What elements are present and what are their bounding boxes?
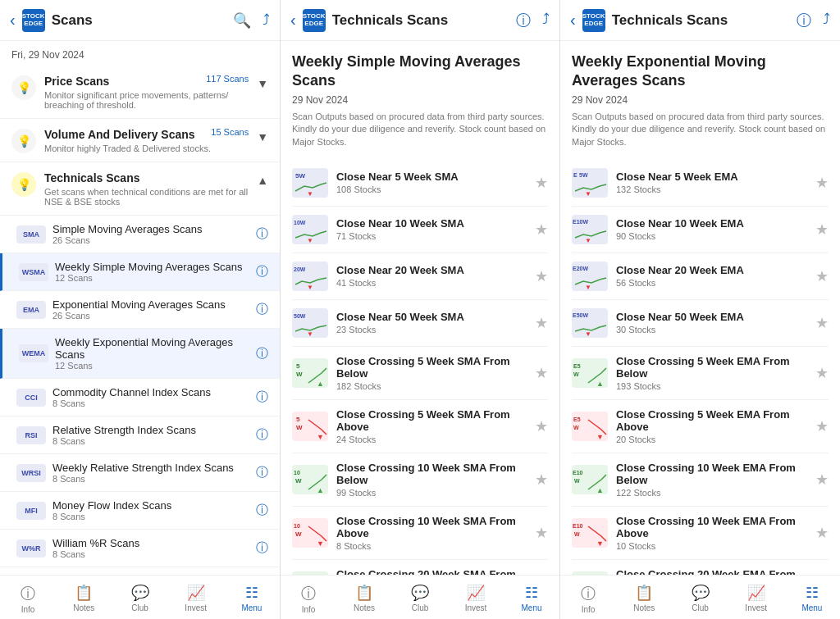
info-nav-icon: ⓘ — [21, 584, 35, 603]
wrsi-sub-item[interactable]: WRSI Weekly Relative Strength Index Scan… — [0, 454, 280, 492]
right-back-button[interactable]: ‹ — [570, 11, 576, 30]
mid-content: Weekly Simple Moving Averages Scans 29 N… — [281, 41, 559, 575]
mid-nav-notes[interactable]: 📋 Notes — [336, 580, 392, 617]
svg-text:5: 5 — [296, 416, 300, 423]
right-scan-2-star[interactable]: ★ — [815, 221, 829, 239]
right-scan-6[interactable]: E5 W ▼ Close Crossing 5 Week EMA From Ab… — [572, 400, 829, 453]
svg-text:50W: 50W — [294, 313, 306, 319]
mid-share-icon[interactable]: ⤴ — [542, 11, 550, 30]
back-button[interactable]: ‹ — [10, 11, 16, 30]
svg-text:▼: ▼ — [596, 539, 604, 548]
right-scan-1[interactable]: E 5W ▼ Close Near 5 Week EMA 132 Stocks … — [572, 160, 829, 207]
right-scan-4[interactable]: E50W ▼ Close Near 50 Week EMA 30 Stocks … — [572, 300, 829, 347]
right-scan-7[interactable]: E10 W ▲ Close Crossing 10 Week EMA From … — [572, 453, 829, 507]
mid-scan-7-star[interactable]: ★ — [535, 471, 548, 489]
sma-info-icon[interactable]: ⓘ — [256, 226, 268, 242]
right-logo: STOCKEDGE — [582, 9, 605, 32]
wsma-info-icon[interactable]: ⓘ — [256, 264, 268, 280]
mid-info-icon[interactable]: ⓘ — [516, 11, 531, 30]
right-nav-info[interactable]: ⓘ Info — [560, 580, 616, 617]
mfi-sub-item[interactable]: MFI Money Flow Index Scans 8 Scans ⓘ — [0, 492, 280, 530]
mid-scan-8-star[interactable]: ★ — [535, 524, 548, 542]
ema-sub-item[interactable]: EMA Exponential Moving Averages Scans 26… — [0, 291, 280, 329]
mid-scan-8-title: Close Crossing 10 Week SMA From Above — [336, 515, 527, 539]
mid-scan-3-star[interactable]: ★ — [535, 267, 548, 285]
wrsi-info-icon[interactable]: ⓘ — [256, 465, 268, 480]
wema-info-icon[interactable]: ⓘ — [256, 346, 268, 362]
right-scan-2[interactable]: E10W ▼ Close Near 10 Week EMA 90 Stocks … — [572, 207, 829, 253]
rsi-title: Relative Strength Index Scans — [52, 424, 249, 436]
right-scan-8-star[interactable]: ★ — [815, 524, 829, 542]
roc-sub-item[interactable]: ROC Rate Of Change Scans ⓘ — [0, 567, 280, 575]
right-scan-1-star[interactable]: ★ — [815, 174, 829, 192]
volume-scans-category[interactable]: 💡 Volume And Delivery Scans15 Scans Moni… — [0, 119, 280, 162]
search-icon[interactable]: 🔍 — [233, 11, 251, 30]
mid-nav-info[interactable]: ⓘ Info — [281, 580, 336, 617]
mid-notes-nav-icon: 📋 — [355, 584, 373, 602]
nav-menu[interactable]: ☷ Menu — [224, 580, 280, 617]
mid-scan-4-star[interactable]: ★ — [535, 314, 548, 332]
right-scan-3-star[interactable]: ★ — [815, 267, 829, 285]
mid-scan-5[interactable]: 5 W ▲ Close Crossing 5 Week SMA From Bel… — [292, 347, 548, 400]
wsma-count: 12 Scans — [55, 273, 249, 283]
nav-club[interactable]: 💬 Club — [112, 580, 167, 617]
right-scan-7-star[interactable]: ★ — [815, 471, 829, 489]
nav-invest[interactable]: 📈 Invest — [168, 580, 224, 617]
share-icon[interactable]: ⤴ — [262, 11, 270, 30]
right-scan-5-star[interactable]: ★ — [815, 364, 829, 382]
wema-sub-item[interactable]: WEMA Weekly Exponential Moving Averages … — [0, 329, 280, 379]
nav-info[interactable]: ⓘ Info — [0, 580, 56, 617]
right-nav-club[interactable]: 💬 Club — [672, 580, 728, 617]
mid-scan-9[interactable]: 20 W ▲ Close Crossing 20 Week SMA From B… — [292, 560, 548, 575]
svg-text:▼: ▼ — [307, 190, 313, 198]
wr-sub-item[interactable]: W%R William %R Scans 8 Scans ⓘ — [0, 530, 280, 567]
right-scan-4-star[interactable]: ★ — [815, 314, 829, 332]
ema-badge: EMA — [16, 301, 46, 319]
right-nav-invest[interactable]: 📈 Invest — [728, 580, 784, 617]
right-scan-9[interactable]: E20 W ▲ Close Crossing 20 Week EMA From … — [572, 560, 829, 575]
wsma-sub-item[interactable]: WSMA Weekly Simple Moving Averages Scans… — [0, 253, 280, 291]
ema-info-icon[interactable]: ⓘ — [256, 302, 268, 317]
mid-nav-menu[interactable]: ☷ Menu — [504, 580, 559, 617]
mid-scan-6-star[interactable]: ★ — [535, 417, 548, 435]
sma-sub-item[interactable]: SMA Simple Moving Averages Scans 26 Scan… — [0, 216, 280, 253]
mid-back-button[interactable]: ‹ — [290, 11, 296, 30]
rsi-sub-item[interactable]: RSI Relative Strength Index Scans 8 Scan… — [0, 416, 280, 454]
right-nav-notes[interactable]: 📋 Notes — [616, 580, 672, 617]
right-scan-3[interactable]: E20W ▼ Close Near 20 Week EMA 56 Stocks … — [572, 253, 829, 300]
mid-scan-2[interactable]: 10W ▼ Close Near 10 Week SMA 71 Stocks ★ — [292, 207, 548, 253]
right-scan-5[interactable]: E5 W ▲ Close Crossing 5 Week EMA From Be… — [572, 347, 829, 400]
mid-scan-1-star[interactable]: ★ — [535, 174, 548, 192]
right-scan-6-star[interactable]: ★ — [815, 417, 829, 435]
cci-count: 8 Scans — [52, 398, 249, 408]
svg-text:▲: ▲ — [317, 486, 324, 494]
mid-nav-club[interactable]: 💬 Club — [392, 580, 448, 617]
right-share-icon[interactable]: ⤴ — [823, 11, 830, 30]
technicals-scans-category[interactable]: 💡 Technicals Scans Get scans when techni… — [0, 162, 280, 216]
mid-scan-5-star[interactable]: ★ — [535, 364, 548, 382]
right-nav-menu[interactable]: ☷ Menu — [784, 580, 840, 617]
mid-scan-6[interactable]: 5 W ▼ Close Crossing 5 Week SMA From Abo… — [292, 400, 548, 453]
mid-scan-1[interactable]: 5W ▼ Close Near 5 Week SMA 108 Stocks ★ — [292, 160, 548, 207]
info-nav-label: Info — [21, 605, 35, 614]
mid-scan-3[interactable]: 20W ▼ Close Near 20 Week SMA 41 Stocks ★ — [292, 253, 548, 300]
cci-info-icon[interactable]: ⓘ — [256, 389, 268, 405]
right-scan-8[interactable]: E10 W ▼ Close Crossing 10 Week EMA From … — [572, 507, 829, 560]
right-info-icon[interactable]: ⓘ — [797, 11, 811, 30]
mid-nav-invest[interactable]: 📈 Invest — [448, 580, 504, 617]
price-scans-category[interactable]: 💡 Price Scans117 Scans Monitor significa… — [0, 66, 280, 119]
left-header: ‹ STOCKEDGE Scans 🔍 ⤴ — [0, 0, 280, 41]
mid-scan-8[interactable]: 10 W ▼ Close Crossing 10 Week SMA From A… — [292, 507, 548, 560]
right-scan-7-chart: E10 W ▲ — [572, 465, 608, 494]
nav-notes[interactable]: 📋 Notes — [56, 580, 112, 617]
svg-text:W: W — [296, 424, 303, 431]
mid-scan-2-star[interactable]: ★ — [535, 221, 548, 239]
mfi-info-icon[interactable]: ⓘ — [256, 503, 268, 518]
wr-info-icon[interactable]: ⓘ — [256, 540, 268, 556]
cci-sub-item[interactable]: CCI Commodity Channel Index Scans 8 Scan… — [0, 379, 280, 416]
mid-scan-7[interactable]: 10 W ▲ Close Crossing 10 Week SMA From B… — [292, 453, 548, 507]
mid-bottom-nav: ⓘ Info 📋 Notes 💬 Club 📈 Invest ☷ Menu — [281, 575, 559, 619]
mid-scan-4[interactable]: 50W ▼ Close Near 50 Week SMA 23 Stocks ★ — [292, 300, 548, 347]
right-scan-8-title: Close Crossing 10 Week EMA From Above — [616, 515, 807, 539]
rsi-info-icon[interactable]: ⓘ — [256, 427, 268, 443]
